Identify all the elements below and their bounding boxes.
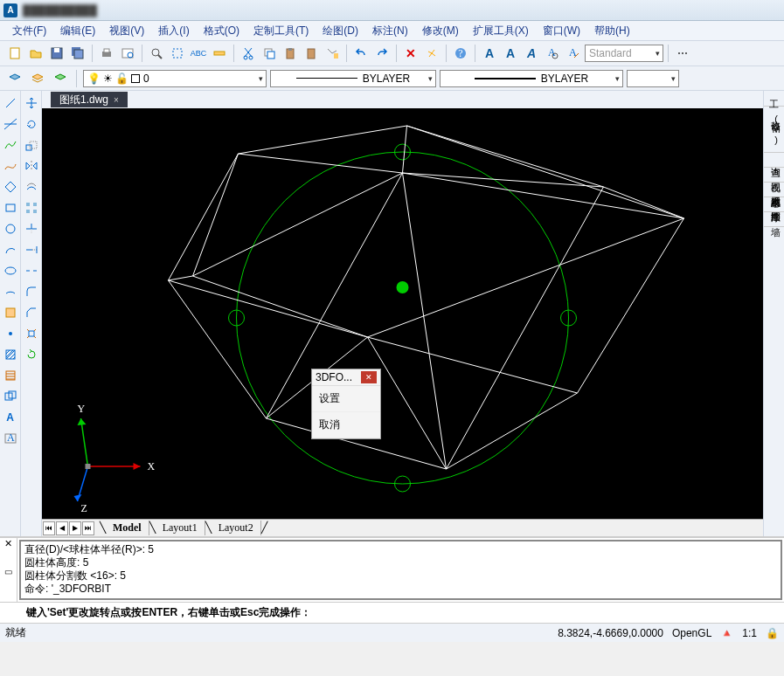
menu-format[interactable]: 格式(O) [198,22,245,40]
doc-tab[interactable]: 图纸1.dwg × [51,92,128,107]
menu-window[interactable]: 窗口(W) [538,22,586,40]
tab-model[interactable]: Model [106,521,149,535]
spell-button[interactable]: ABC [189,44,208,63]
match-button[interactable] [323,44,342,63]
linetype-combo[interactable]: BYLAYER [270,70,436,87]
redo-button[interactable] [372,44,392,63]
trim-tool[interactable] [23,220,40,238]
lineweight-combo[interactable]: BYLAYER [440,70,623,87]
tab-first-icon[interactable]: ⏮ [43,521,55,535]
extend-tool[interactable] [23,241,40,259]
menu-insert[interactable]: 插入(I) [153,22,194,40]
polygon-tool[interactable] [2,178,19,196]
help-button[interactable]: ? [451,44,470,63]
chamfer-tool[interactable] [23,304,40,321]
point-tool[interactable] [2,325,19,342]
tab-prev-icon[interactable]: ◀ [56,521,68,535]
paste-button[interactable] [281,44,300,63]
layer-tool2[interactable] [28,69,47,88]
scale-tool[interactable] [23,136,40,154]
pline-tool[interactable] [2,136,19,154]
more-button[interactable]: ⋯ [673,44,692,63]
menu-draw[interactable]: 绘图(D) [317,22,364,40]
menu-help[interactable]: 帮助(H) [589,22,635,40]
rect-tool[interactable] [2,199,19,217]
textstyle-combo[interactable]: Standard [585,45,663,62]
tab-last-icon[interactable]: ⏭ [82,521,94,535]
context-item-cancel[interactable]: 取消 [312,412,380,438]
menu-modify[interactable]: 修改(M) [417,22,464,40]
regen-tool[interactable] [23,346,40,363]
undo-button[interactable] [351,44,371,63]
select-button[interactable] [168,44,187,63]
line-tool[interactable] [2,94,19,112]
menu-dim[interactable]: 标注(N) [367,22,413,40]
layer-tool1[interactable] [5,69,24,88]
preview-button[interactable] [118,44,137,63]
ellipse-arc-tool[interactable] [2,283,19,300]
menu-ext[interactable]: 扩展工具(X) [468,22,534,40]
open-button[interactable] [26,44,45,63]
cmd-dock-icon[interactable]: ▭ [4,567,12,576]
tab-next-icon[interactable]: ▶ [69,521,81,535]
block-tool[interactable] [2,304,19,321]
paste-special-button[interactable] [302,44,321,63]
status-scale[interactable]: 1:1 [742,627,757,639]
menu-view[interactable]: 视图(V) [104,22,149,40]
explode-tool[interactable] [23,325,40,342]
context-title-bar[interactable]: 3DFO... ✕ [312,369,380,386]
panel-tab-draworder[interactable]: 绘图顺序 [764,197,784,212]
text-tool[interactable]: A [2,409,19,426]
viewport[interactable]: X Y Z 3DFO... ✕ 设置 取消 [42,108,763,519]
move-tool[interactable] [23,94,40,112]
textstyle-find[interactable]: A [543,44,562,63]
spline-tool[interactable] [2,157,19,175]
layer-tool3[interactable] [51,69,70,88]
menu-file[interactable]: 文件(F) [7,22,52,40]
status-scale-icon[interactable]: 🔺 [720,627,733,639]
context-item-settings[interactable]: 设置 [312,386,380,412]
panel-tab-modify[interactable]: 修改(M) [764,107,784,153]
command-prompt[interactable]: 键入'Set'更改旋转点或按ENTER，右键单击或Esc完成操作： [0,602,784,623]
close-tab-icon[interactable]: × [114,95,119,105]
textstyle-a3[interactable]: A [522,44,541,63]
textstyle-edit[interactable]: A [564,44,583,63]
context-close-icon[interactable]: ✕ [361,371,377,383]
save-button[interactable] [47,44,66,63]
find-button[interactable] [147,44,166,63]
layer-combo[interactable]: 💡 ☀ 🔓 0 [83,70,267,87]
textstyle-a2[interactable]: A [501,44,520,63]
textstyle-a1[interactable]: A [480,44,499,63]
saveall-button[interactable] [68,44,87,63]
command-output[interactable]: 直径(D)/<球柱体半径(R)>: 5 圆柱体高度: 5 圆柱体分割数 <16>… [19,540,782,600]
xline-tool[interactable] [2,115,19,133]
menu-tools[interactable]: 定制工具(T) [248,22,314,40]
color-combo[interactable] [627,70,679,87]
status-annoscale-icon[interactable]: 🔒 [766,627,779,639]
region-tool[interactable] [2,388,19,405]
panel-tab-query[interactable]: 查询 [764,153,784,168]
panel-tab-view[interactable]: 视图 [764,168,784,183]
panel-tab-tool[interactable]: 工 [764,91,784,107]
panel-tab-3dorbit[interactable]: 三维动态观察 [764,183,784,197]
panel-tab-wall[interactable]: 墙 [764,212,784,227]
cut-button[interactable] [239,44,258,63]
break-tool[interactable] [23,262,40,279]
print-button[interactable] [97,44,116,63]
arc-tool[interactable] [2,241,19,259]
ruler-button[interactable] [210,44,229,63]
rotate-tool[interactable] [23,115,40,133]
delete-button[interactable]: ✕ [401,44,420,63]
offset-tool[interactable] [23,178,40,196]
explode-button[interactable] [422,44,441,63]
new-button[interactable] [5,44,24,63]
fillet-tool[interactable] [23,283,40,300]
cmd-close-icon[interactable]: ✕ [4,538,12,549]
menu-edit[interactable]: 编辑(E) [55,22,101,40]
copy-button[interactable] [260,44,279,63]
mtext-tool[interactable]: A [2,430,19,447]
tab-layout1[interactable]: Layout1 [156,521,205,535]
ellipse-tool[interactable] [2,262,19,279]
mirror-tool[interactable] [23,157,40,175]
array-tool[interactable] [23,199,40,217]
